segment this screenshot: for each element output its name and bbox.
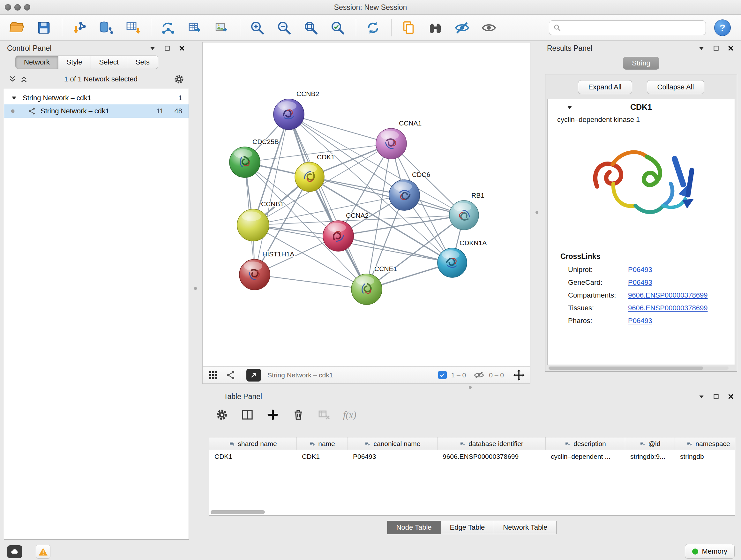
expand-all-button[interactable]: Expand All — [578, 80, 632, 94]
results-tab-string[interactable]: String — [623, 57, 659, 70]
panel-menu-button[interactable] — [149, 44, 156, 52]
tab-sets[interactable]: Sets — [127, 56, 158, 69]
import-network-file-button[interactable] — [70, 18, 88, 37]
collapse-all-icon[interactable] — [8, 75, 17, 83]
tab-edge-table[interactable]: Edge Table — [441, 521, 494, 534]
minimize-window-button[interactable] — [14, 4, 21, 10]
tab-style[interactable]: Style — [58, 56, 91, 69]
warnings-button[interactable] — [36, 545, 51, 559]
panel-float-button[interactable] — [712, 44, 720, 52]
network-row-selected[interactable]: String Network – cdk1 11 48 — [4, 105, 189, 118]
add-column-icon[interactable] — [266, 408, 279, 421]
hide-selected-button[interactable] — [453, 18, 471, 37]
tab-select[interactable]: Select — [91, 56, 127, 69]
column-header[interactable]: namespace — [675, 437, 735, 450]
search-field[interactable] — [549, 20, 706, 35]
cloud-status-button[interactable] — [7, 545, 22, 558]
bottom-splitter-handle[interactable] — [469, 386, 472, 389]
table-row[interactable]: CDK1 CDK1 P06493 9606.ENSP00000378699 cy… — [209, 450, 735, 463]
gene-section-header[interactable]: CDK1 — [548, 99, 735, 115]
tree-expand-icon[interactable] — [10, 95, 17, 102]
table-horizontal-scrollbar[interactable] — [211, 510, 731, 514]
network-node-CCNE1[interactable] — [351, 274, 382, 305]
column-header[interactable]: description — [546, 437, 625, 450]
function-builder-button[interactable]: f(x) — [343, 409, 356, 420]
zoom-fit-button[interactable] — [301, 18, 320, 37]
tab-network[interactable]: Network — [15, 56, 58, 69]
refresh-button[interactable] — [364, 18, 382, 37]
memory-button[interactable]: Memory — [685, 544, 735, 559]
grid-view-icon[interactable] — [208, 370, 219, 381]
panel-float-button[interactable] — [163, 44, 171, 52]
network-edge[interactable] — [338, 236, 452, 263]
share-view-icon[interactable] — [226, 370, 236, 380]
show-columns-icon[interactable] — [241, 408, 254, 421]
hidden-eye-slash-icon[interactable] — [474, 370, 484, 381]
delete-table-icon[interactable] — [318, 408, 330, 421]
tab-network-table[interactable]: Network Table — [494, 521, 556, 534]
zoom-out-button[interactable] — [275, 18, 293, 37]
network-node-CCNB1[interactable] — [237, 209, 269, 241]
open-in-browser-button[interactable] — [246, 369, 261, 381]
open-session-button[interactable] — [8, 18, 26, 37]
network-overview-button[interactable] — [426, 18, 445, 37]
show-all-button[interactable] — [480, 18, 498, 37]
crosslink-link[interactable]: 9606.ENSP00000378699 — [628, 291, 708, 300]
crosslink-link[interactable]: P06493 — [628, 278, 652, 287]
network-node-CDK1[interactable] — [295, 162, 324, 192]
panel-close-button[interactable] — [178, 44, 186, 52]
column-header[interactable]: canonical name — [348, 437, 437, 450]
network-node-CDC25B[interactable] — [229, 147, 260, 178]
pan-crosshair-icon[interactable] — [513, 369, 525, 381]
network-node-CDC6[interactable] — [389, 180, 420, 210]
column-header[interactable]: name — [297, 437, 348, 450]
network-node-CCNB2[interactable] — [273, 99, 304, 130]
import-table-button[interactable] — [124, 18, 142, 37]
help-button[interactable]: ? — [714, 19, 731, 36]
column-header[interactable]: database identifier — [437, 437, 546, 450]
crosslink-link[interactable]: P06493 — [628, 317, 652, 325]
search-input[interactable] — [564, 24, 702, 32]
network-canvas[interactable]: CCNB2CCNA1CDC25BCDK1CDC6RB1CCNB1CCNA2CDK… — [202, 42, 530, 367]
results-horizontal-scrollbar[interactable] — [549, 367, 729, 370]
expand-all-icon[interactable] — [20, 75, 28, 83]
close-window-button[interactable] — [5, 4, 11, 10]
column-header[interactable]: shared name — [209, 437, 297, 450]
left-splitter-handle[interactable] — [194, 287, 197, 290]
export-image-button[interactable] — [212, 18, 231, 37]
column-header[interactable]: @id — [625, 437, 675, 450]
network-node-CCNA2[interactable] — [323, 221, 354, 251]
table-settings-gear-icon[interactable] — [215, 408, 228, 421]
panel-float-button[interactable] — [712, 393, 720, 400]
network-edge[interactable] — [255, 274, 367, 289]
panel-close-button[interactable] — [727, 44, 735, 52]
network-edge[interactable] — [289, 114, 391, 144]
network-edge[interactable] — [289, 114, 367, 289]
zoom-in-button[interactable] — [248, 18, 266, 37]
crosslink-link[interactable]: 9606.ENSP00000378699 — [628, 304, 708, 312]
section-collapse-icon[interactable] — [566, 104, 573, 111]
panel-menu-button[interactable] — [697, 393, 705, 400]
delete-column-icon[interactable] — [292, 408, 305, 421]
network-collection-row[interactable]: String Network – cdk1 1 — [4, 91, 189, 105]
zoom-window-button[interactable] — [24, 4, 30, 10]
import-network-database-button[interactable] — [97, 18, 115, 37]
network-node-CDKN1A[interactable] — [437, 248, 467, 277]
tab-node-table[interactable]: Node Table — [387, 521, 441, 534]
network-node-RB1[interactable] — [449, 200, 479, 230]
zoom-selected-button[interactable] — [328, 18, 347, 37]
save-session-button[interactable] — [35, 18, 53, 37]
export-table-button[interactable] — [186, 18, 204, 37]
new-network-button[interactable] — [159, 18, 178, 37]
crosslink-link[interactable]: P06493 — [628, 266, 652, 274]
copy-document-button[interactable] — [399, 18, 418, 37]
network-edge[interactable] — [253, 114, 289, 225]
gear-icon[interactable] — [174, 74, 185, 84]
network-graph[interactable]: CCNB2CCNA1CDC25BCDK1CDC6RB1CCNB1CCNA2CDK… — [203, 43, 530, 366]
network-node-HIST1H1A[interactable] — [239, 259, 270, 290]
network-node-CCNA1[interactable] — [376, 128, 407, 159]
panel-menu-button[interactable] — [697, 44, 705, 52]
selected-checkbox-icon[interactable] — [438, 371, 447, 379]
panel-close-button[interactable] — [727, 393, 735, 400]
right-splitter-handle[interactable] — [536, 211, 538, 214]
